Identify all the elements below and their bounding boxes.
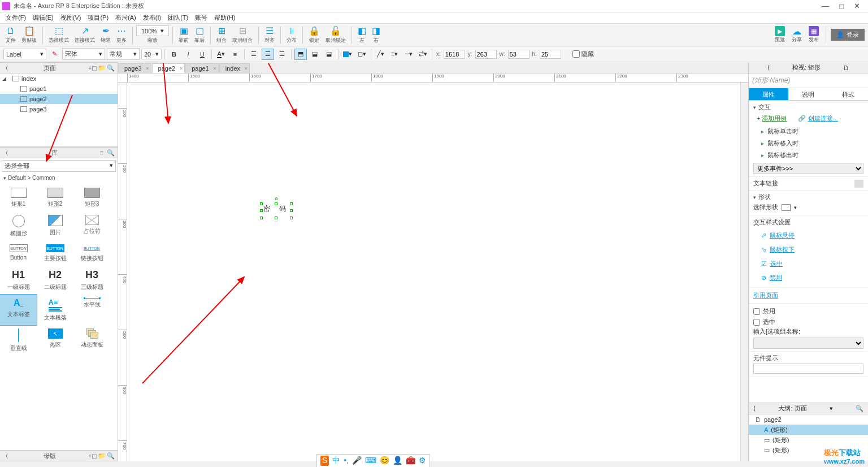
resize-handle-se[interactable] [290,217,293,219]
tb-unlock[interactable]: 🔓取消锁定 [323,25,348,44]
menu-file[interactable]: 文件(F) [2,14,29,22]
menu-account[interactable]: 账号 [192,14,211,22]
ime-cn-icon[interactable]: 中 [332,456,340,466]
line-style-button[interactable]: ┄▾ [402,49,415,60]
library-select[interactable]: 选择全部▾ [2,160,116,172]
underline-button[interactable]: U [196,49,209,60]
event-mouseenter[interactable]: ▸鼠标移入时 [753,137,863,149]
close-icon[interactable]: × [180,66,183,71]
arrow-style-button[interactable]: ⇄▾ [416,49,429,60]
close-icon[interactable]: × [214,66,216,71]
style-hover[interactable]: ⬀鼠标悬停 [753,228,863,243]
style-selected[interactable]: ☑选中 [753,257,863,271]
menu-edit[interactable]: 编辑(E) [29,14,57,22]
library-item-btn[interactable]: BUTTONButton [0,241,37,266]
collapse-icon[interactable]: ⟨ [767,64,770,71]
font-style-dropdown[interactable]: 常规▾ [107,48,140,60]
page-tab[interactable]: page1× [185,63,219,73]
font-dropdown[interactable]: 宋体▾ [62,48,105,60]
selection-group-select[interactable] [753,338,863,349]
library-breadcrumb[interactable]: ▾Default > Common [0,174,118,182]
preview-button[interactable]: ▶预览 [772,26,787,44]
library-item-btnl[interactable]: BUTTON链接按钮 [73,241,110,266]
search-icon[interactable]: 🔍 [106,452,115,460]
align-center-button[interactable]: ☰ [262,49,274,60]
minimize-button[interactable]: ― [822,2,829,10]
menu-arrange[interactable]: 布局(A) [112,14,140,22]
page-icon[interactable]: 🗋 [843,64,849,71]
zoom-dropdown[interactable]: 100%▾ [136,25,169,36]
disabled-checkbox[interactable] [753,308,760,315]
outer-shadow-button[interactable]: ◻▾ [355,49,368,60]
tb-front[interactable]: ▣靠前 [176,25,191,44]
tb-clipboard[interactable]: 📋剪贴板 [19,25,39,44]
ime-keyboard-icon[interactable]: ⌨ [365,456,376,466]
tb-pen[interactable]: ✒钢笔 [98,25,113,44]
close-icon[interactable]: × [146,66,149,71]
search-icon[interactable]: 🔍 [106,149,115,157]
library-item-para[interactable]: A≡文本段落 [37,295,73,325]
collapse-icon[interactable]: ⟨ [2,64,11,72]
page-tree-item[interactable]: page3 [0,104,118,114]
publish-button[interactable]: ▦发布 [806,26,821,44]
resize-handle-ne[interactable] [290,202,293,205]
resize-handle-nw[interactable] [260,202,263,205]
style-mousedown[interactable]: ⬂鼠标按下 [753,243,863,257]
library-item-rectd[interactable]: 矩形3 [73,184,110,211]
add-case-link[interactable]: 添加用例 [762,113,787,124]
collapse-icon[interactable]: ⟨ [2,149,11,157]
library-item-img[interactable]: 图片 [37,211,73,241]
outline-item[interactable]: A(矩形) [749,425,868,435]
shape-picker[interactable] [782,204,791,211]
italic-button[interactable]: I [182,49,194,60]
tab-properties[interactable]: 属性 [749,88,788,100]
maximize-button[interactable]: □ [839,2,844,10]
valign-top-button[interactable]: ⬒ [294,49,307,60]
login-button[interactable]: 👤登录 [831,29,865,41]
ime-toolbox-icon[interactable]: 🧰 [406,456,415,466]
rotate-handle[interactable] [275,197,278,200]
library-item-h3[interactable]: H3三级标题 [73,266,110,295]
event-mouseleave[interactable]: ▸鼠标移出时 [753,149,863,161]
text-color-button[interactable]: A▾ [215,49,227,60]
tb-align[interactable]: ☰对齐 [262,25,277,44]
tb-right[interactable]: ◨右 [370,25,383,44]
bullets-button[interactable]: ≡ [229,49,241,60]
resize-handle-w[interactable] [260,209,263,212]
widget-name-input[interactable]: (矩形 Name) [749,73,868,88]
style-preset-dropdown[interactable]: Label▾ [3,49,46,59]
add-folder-icon[interactable]: 📁 [97,452,106,460]
library-item-ph[interactable]: 占位符 [73,211,110,241]
library-item-btnp[interactable]: BUTTON主要按钮 [37,241,73,266]
ime-toolbar[interactable]: S 中 •, 🎤 ⌨ 😊 👤 🧰 ⚙ [316,454,430,467]
page-tab[interactable]: page3× [118,63,151,73]
library-item-dyn[interactable]: 动态面板 [73,325,110,356]
page-tab[interactable]: page2× [152,63,185,73]
menu-team[interactable]: 团队(T) [164,14,192,22]
bold-button[interactable]: B [168,49,180,60]
x-input[interactable] [444,50,465,59]
outline-item[interactable]: ▭(矩形) [749,435,868,445]
event-onclick[interactable]: ▸鼠标单击时 [753,126,863,137]
add-folder-icon[interactable]: 📁 [97,64,106,72]
page-tree-item[interactable]: ◢index [0,73,118,84]
resize-handle-s[interactable] [275,217,277,219]
chevron-down-icon[interactable]: ▾ [753,105,756,110]
library-item-rect[interactable]: 矩形1 [0,184,37,211]
lib-menu-icon[interactable]: ≡ [97,149,106,156]
tb-distribute[interactable]: ⫴分布 [284,26,299,44]
tb-back[interactable]: ▢靠后 [192,25,207,44]
fill-color-button[interactable]: ▾ [341,49,354,60]
create-link-link[interactable]: 创建连接... [808,113,838,124]
library-item-label[interactable]: A_文本标签 [0,295,37,325]
ime-emoji-icon[interactable]: 😊 [380,456,389,466]
line-color-button[interactable]: ╱▾ [374,49,387,60]
tb-file[interactable]: 🗋文件 [3,26,18,44]
library-item-hot[interactable]: ↖热区 [37,325,73,356]
add-master-icon[interactable]: +▢ [88,452,97,460]
resize-handle-sw[interactable] [260,217,263,219]
library-item-h1[interactable]: H1一级标题 [0,266,37,295]
selected-widget[interactable]: 密 码 [262,204,291,218]
collapse-icon[interactable]: ⟨ [2,452,11,460]
tb-ungroup[interactable]: ⊟取消组合 [230,25,255,44]
